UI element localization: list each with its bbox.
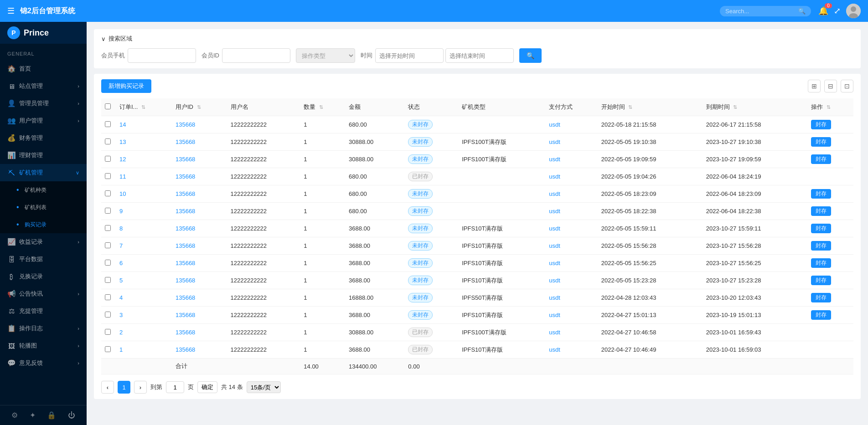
row-checkbox[interactable]: [105, 138, 111, 144]
cell-user-id[interactable]: 135668: [172, 341, 227, 358]
list-view-btn[interactable]: ⊟: [824, 80, 837, 92]
select-all-checkbox[interactable]: [105, 103, 111, 109]
sidebar-item-platform[interactable]: 🗄 平台数据: [0, 251, 87, 268]
row-checkbox[interactable]: [105, 312, 111, 317]
sidebar-item-miner-types[interactable]: 矿机种类: [0, 181, 87, 199]
cell-user-id[interactable]: 135668: [172, 203, 227, 220]
seal-btn[interactable]: 封存: [811, 258, 831, 268]
seal-btn[interactable]: 封存: [811, 154, 831, 164]
tools-icon[interactable]: ✦: [30, 411, 36, 420]
seal-btn[interactable]: 封存: [811, 206, 831, 216]
seal-btn[interactable]: 封存: [811, 120, 831, 129]
sidebar-item-purchase-records[interactable]: 购买记录: [0, 216, 87, 233]
seal-btn[interactable]: 封存: [811, 241, 831, 251]
cell-user-id[interactable]: 135668: [172, 151, 227, 168]
search-area-toggle[interactable]: ∨ 搜索区域: [101, 35, 853, 43]
cell-order-id[interactable]: 1: [116, 341, 172, 358]
avatar[interactable]: [846, 4, 861, 18]
expand-btn[interactable]: ⤢: [834, 6, 841, 16]
print-btn[interactable]: ⊡: [841, 80, 853, 92]
cell-user-id[interactable]: 135668: [172, 133, 227, 151]
cell-user-id[interactable]: 135668: [172, 185, 227, 203]
goto-confirm-btn[interactable]: 确定: [197, 381, 217, 393]
sidebar-item-site-mgmt[interactable]: 🖥 站点管理 ›: [0, 77, 87, 95]
row-checkbox[interactable]: [105, 294, 111, 300]
seal-btn[interactable]: 封存: [811, 310, 831, 320]
settings-icon[interactable]: ⚙: [11, 411, 18, 420]
cell-user-id[interactable]: 135668: [172, 237, 227, 255]
sidebar-item-finance[interactable]: 💰 财务管理: [0, 129, 87, 147]
member-id-input[interactable]: [222, 48, 290, 63]
sidebar-item-admin-mgmt[interactable]: 👤 管理员管理 ›: [0, 95, 87, 112]
search-input[interactable]: [725, 8, 798, 15]
cell-user-id[interactable]: 135668: [172, 289, 227, 307]
end-time-input[interactable]: [445, 48, 514, 63]
row-checkbox[interactable]: [105, 121, 111, 127]
cell-order-id[interactable]: 3: [116, 307, 172, 324]
row-checkbox[interactable]: [105, 173, 111, 179]
cell-order-id[interactable]: 10: [116, 185, 172, 203]
sidebar-item-investment[interactable]: 📊 理财管理: [0, 147, 87, 164]
cell-end-time: 2023-10-27 15:23:28: [703, 272, 807, 289]
cell-order-id[interactable]: 11: [116, 168, 172, 185]
table-row: 9 135668 12222222222 1 680.00 未封存 usdt 2…: [101, 203, 853, 220]
notification-btn[interactable]: 🔔 0: [818, 6, 828, 16]
cell-user-id[interactable]: 135668: [172, 220, 227, 237]
power-icon[interactable]: ⏻: [68, 411, 75, 420]
sidebar-item-feedback[interactable]: 💬 意见反馈 ›: [0, 354, 87, 372]
row-checkbox[interactable]: [105, 208, 111, 214]
sidebar-item-operation-log[interactable]: 📋 操作日志 ›: [0, 320, 87, 337]
cell-user-id[interactable]: 135668: [172, 324, 227, 341]
sidebar-item-announcements[interactable]: 📢 公告快讯 ›: [0, 285, 87, 302]
sidebar-item-earnings[interactable]: 📈 收益记录 ›: [0, 233, 87, 251]
cell-order-id[interactable]: 4: [116, 289, 172, 307]
row-checkbox[interactable]: [105, 346, 111, 352]
seal-btn[interactable]: 封存: [811, 189, 831, 199]
row-checkbox[interactable]: [105, 329, 111, 335]
row-checkbox[interactable]: [105, 225, 111, 231]
cell-user-id[interactable]: 135668: [172, 168, 227, 185]
sidebar-item-user-mgmt[interactable]: 👥 用户管理 ›: [0, 112, 87, 129]
seal-btn[interactable]: 封存: [811, 224, 831, 233]
start-time-input[interactable]: [375, 48, 444, 63]
cell-order-id[interactable]: 6: [116, 255, 172, 272]
row-checkbox[interactable]: [105, 260, 111, 266]
page-1-btn[interactable]: 1: [118, 381, 130, 394]
grid-view-btn[interactable]: ⊞: [808, 80, 821, 92]
goto-page-input[interactable]: [166, 381, 184, 393]
cell-order-id[interactable]: 7: [116, 237, 172, 255]
sidebar-item-recharge[interactable]: ⚖ 充提管理: [0, 302, 87, 320]
cell-order-id[interactable]: 14: [116, 116, 172, 133]
cell-order-id[interactable]: 5: [116, 272, 172, 289]
row-checkbox[interactable]: [105, 277, 111, 283]
add-purchase-button[interactable]: 新增购买记录: [101, 79, 151, 93]
operation-type-select[interactable]: 操作类型: [296, 48, 355, 63]
search-button[interactable]: 🔍: [519, 48, 542, 63]
row-checkbox[interactable]: [105, 242, 111, 248]
sidebar-item-home[interactable]: 🏠 首页: [0, 60, 87, 77]
seal-btn[interactable]: 封存: [811, 276, 831, 285]
row-checkbox[interactable]: [105, 156, 111, 162]
member-phone-input[interactable]: [128, 48, 196, 63]
cell-order-id[interactable]: 2: [116, 324, 172, 341]
cell-user-id[interactable]: 135668: [172, 272, 227, 289]
menu-icon[interactable]: ☰: [7, 6, 15, 16]
sidebar-item-miner-mgmt[interactable]: ⛏ 矿机管理 ∨: [0, 164, 87, 181]
cell-user-id[interactable]: 135668: [172, 255, 227, 272]
page-size-select[interactable]: 15条/页 20条/页 50条/页: [247, 381, 281, 393]
sidebar-item-carousel[interactable]: 🖼 轮播图 ›: [0, 337, 87, 354]
sidebar-item-miner-list[interactable]: 矿机列表: [0, 199, 87, 216]
cell-order-id[interactable]: 9: [116, 203, 172, 220]
cell-user-id[interactable]: 135668: [172, 307, 227, 324]
seal-btn[interactable]: 封存: [811, 137, 831, 147]
cell-order-id[interactable]: 13: [116, 133, 172, 151]
seal-btn[interactable]: 封存: [811, 293, 831, 302]
cell-user-id[interactable]: 135668: [172, 116, 227, 133]
sidebar-item-exchange[interactable]: ₿ 兑换记录: [0, 268, 87, 285]
prev-page-btn[interactable]: ‹: [101, 381, 114, 394]
lock-icon[interactable]: 🔒: [47, 411, 56, 420]
next-page-btn[interactable]: ›: [134, 381, 147, 394]
cell-order-id[interactable]: 8: [116, 220, 172, 237]
cell-order-id[interactable]: 12: [116, 151, 172, 168]
row-checkbox[interactable]: [105, 190, 111, 196]
